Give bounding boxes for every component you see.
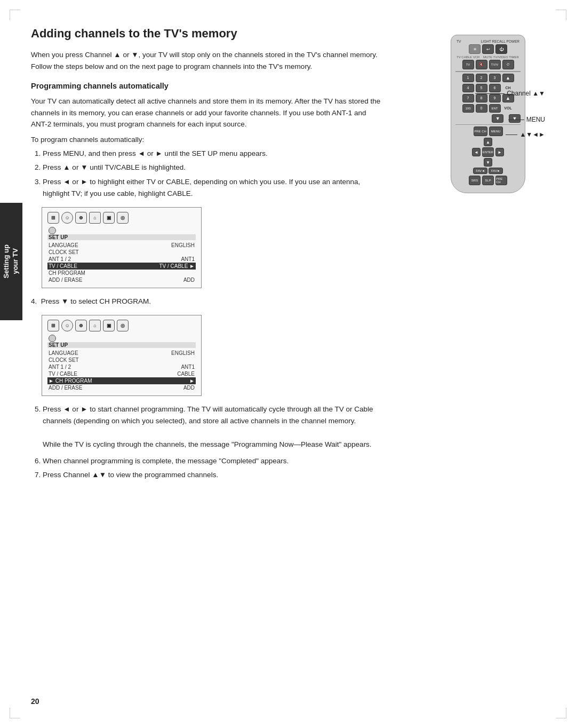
- main-content: Adding channels to the TV's memory When …: [31, 27, 383, 485]
- fav-right-btn: FAV►: [489, 168, 503, 174]
- mute-btn: 🔇: [476, 60, 487, 69]
- menu-row-1-2: CLOCK SET: [47, 249, 196, 256]
- corner-br: [556, 708, 566, 718]
- menu-label: MENU: [526, 116, 545, 123]
- nav-cross: ▲ ◄ ENTER ► ▼: [472, 138, 504, 167]
- remote-top-labels: TV LIGHT RECALL POWER: [455, 39, 521, 43]
- steps-list-2: Press ◄ or ► to start channel programmin…: [43, 403, 383, 481]
- menu-icon-2-5: ▣: [103, 320, 115, 331]
- light-btn: ☀: [469, 44, 481, 54]
- nav-down-btn: ▼: [484, 158, 492, 167]
- corner-tr: [556, 10, 566, 20]
- menu-label-row-2: SET UP: [47, 342, 196, 348]
- arrows-callout: ▲▼◄►: [506, 131, 545, 138]
- step-7: Press Channel ▲▼ to view the programmed …: [43, 469, 383, 481]
- menu-icon-3: ⊕: [75, 212, 87, 224]
- arrows-callout-line: [506, 134, 517, 135]
- nav-up-btn: ▲: [484, 138, 492, 146]
- btn-2: 2: [476, 74, 487, 82]
- remote-row-top: ☀ ↩ ⏻: [455, 44, 521, 54]
- btn-0: 0: [476, 104, 487, 113]
- corner-tl: [10, 10, 20, 20]
- recall-btn: ↩: [482, 44, 494, 54]
- menu-icons-row-2: ⊞ ☺ ⊕ ⌂ ▣ ◎: [47, 320, 196, 331]
- corner-bl: [10, 708, 20, 718]
- menu-icon-2-6: ◎: [117, 320, 129, 331]
- steps-list: Press MENU, and then press ◄ or ► until …: [43, 148, 383, 200]
- sidebar-label: Setting up your TV: [2, 244, 20, 279]
- remote-divider-1: [455, 71, 521, 72]
- nav-left-btn: ◄: [472, 148, 481, 156]
- menu-row-1-1: LANGUAGEENGLISH: [47, 242, 196, 249]
- timer-btn: ⏱: [502, 60, 514, 69]
- power-btn: ⏻: [495, 44, 507, 54]
- menu-row-2-6: ADD / ERASEADD: [47, 384, 196, 391]
- menu-row-1-3: ANT 1 / 2ANT1: [47, 256, 196, 263]
- tvvideo-btn: TV/V: [489, 60, 501, 69]
- intro-paragraph: When you press Channel ▲ or ▼, your TV w…: [31, 49, 383, 72]
- menu-icon-2-4: ⌂: [89, 320, 101, 331]
- page-title: Adding channels to the TV's memory: [31, 27, 383, 41]
- menu-icon-2-3: ⊕: [75, 320, 87, 331]
- menu-diagram-1: ⊞ ☺ ⊕ ⌂ ▣ ◎ SET UP LANGUAGEENGLISH CLOCK…: [42, 207, 202, 288]
- menu-icon-4: ⌂: [89, 212, 101, 224]
- section-para1: Your TV can automatically detect all act…: [31, 96, 383, 130]
- step-2: Press ▲ or ▼ until TV/CABLE is highlight…: [43, 162, 383, 173]
- btn-ent: ENT: [489, 104, 501, 113]
- remote-divider-2: [455, 124, 521, 125]
- menu-icon-2-2: ☺: [61, 320, 73, 331]
- btn-7: 7: [462, 94, 474, 102]
- vol-label: VOL: [502, 104, 514, 113]
- menu-icons-row-1: ⊞ ☺ ⊕ ⌂ ▣ ◎: [47, 212, 196, 224]
- step-3: Press ◄ or ► to highlight either TV or C…: [43, 176, 383, 200]
- menu-pointer-2: [49, 335, 56, 342]
- sub-heading: To program channels automatically:: [31, 136, 383, 144]
- numpad-row-4: 100 0 ENT VOL: [455, 104, 521, 113]
- btn-1: 1: [462, 74, 474, 82]
- numpad-row-1: 1 2 3 ▲: [455, 74, 521, 82]
- bottom-btns: SRS SLP PRE CH: [455, 176, 521, 185]
- step-5: Press ◄ or ► to start channel programmin…: [43, 403, 383, 451]
- sidebar: Setting up your TV: [0, 203, 22, 320]
- menu-icon-6: ◎: [117, 212, 129, 224]
- btn-100: 100: [462, 104, 474, 113]
- menu-label-row-1: SET UP: [47, 234, 196, 240]
- remote-diagram-area: TV LIGHT RECALL POWER ☀ ↩ ⏻ TV CABLE VCR…: [429, 35, 547, 193]
- menu-row-2-1: LANGUAGEENGLISH: [47, 350, 196, 357]
- nav-enter-btn: ENTER: [482, 147, 494, 157]
- arrows-label: ▲▼◄►: [519, 131, 545, 138]
- bottom-btn-1: SRS: [469, 176, 481, 185]
- menu-icon-1: ⊞: [47, 212, 59, 224]
- ch-up-btn: ▲: [502, 74, 514, 82]
- bottom-btn-2: SLP: [482, 176, 494, 185]
- prech-btn: PRE CH: [474, 126, 487, 136]
- ch-down-btn: ▼: [492, 114, 503, 123]
- channel-label: Channel ▲▼: [507, 90, 545, 97]
- tv-btn: TV: [462, 60, 474, 69]
- menu-row-2-5: ► CH PROGRAM►: [47, 377, 196, 384]
- remote-row-2: TV 🔇 TV/V ⏱: [455, 60, 521, 69]
- menu-callout-line: [508, 120, 524, 120]
- menu-row-2-3: ANT 1 / 2ANT1: [47, 363, 196, 370]
- menu-icon-2: ☺: [61, 212, 73, 224]
- step-6: When channel programming is complete, th…: [43, 455, 383, 467]
- channel-callout: Channel ▲▼: [475, 90, 545, 97]
- menu-pointer-1: [49, 227, 56, 234]
- menu-callout: MENU: [508, 116, 545, 123]
- section-heading: Programming channels automatically: [31, 82, 383, 90]
- fav-left-btn: FAV◄: [473, 168, 487, 174]
- menu-btn: MENU: [489, 126, 503, 136]
- menu-row-1-4: TV / CABLETV / CABLE ►: [47, 263, 196, 270]
- btn-4: 4: [462, 84, 474, 92]
- menu-row-2-2: CLOCK SET: [47, 357, 196, 363]
- step-4-text: 4. Press ▼ to select CH PROGRAM.: [31, 296, 383, 307]
- menu-diagram-2: ⊞ ☺ ⊕ ⌂ ▣ ◎ SET UP LANGUAGEENGLISH CLOCK…: [42, 315, 202, 396]
- menu-row-2-4: TV / CABLECABLE: [47, 370, 196, 377]
- channel-callout-line: [475, 93, 505, 94]
- menu-icon-2-1: ⊞: [47, 320, 59, 331]
- nav-right-btn: ►: [495, 148, 504, 156]
- remote-body: TV LIGHT RECALL POWER ☀ ↩ ⏻ TV CABLE VCR…: [451, 35, 525, 193]
- btn-3: 3: [489, 74, 501, 82]
- bottom-btn-3: PRE CH: [495, 176, 507, 185]
- menu-row-1-5: CH PROGRAM: [47, 270, 196, 276]
